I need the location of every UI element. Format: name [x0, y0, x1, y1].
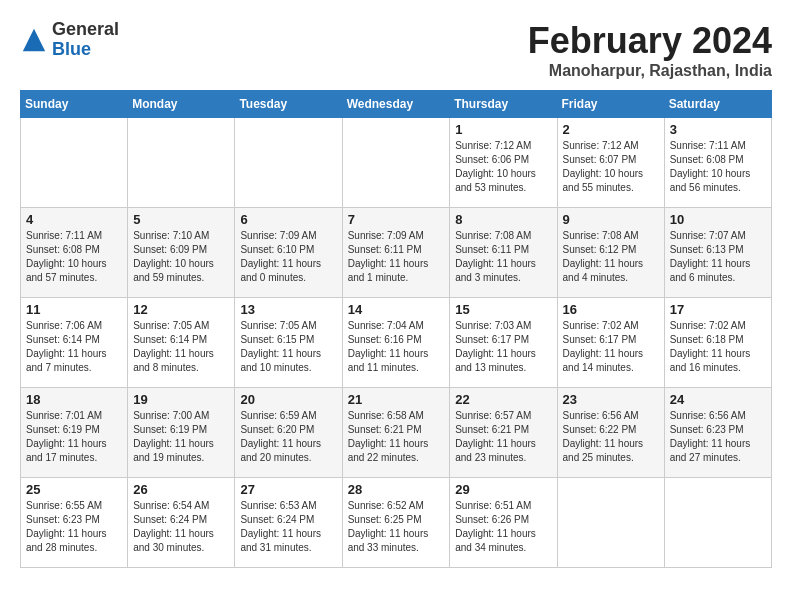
calendar-cell: 7Sunrise: 7:09 AM Sunset: 6:11 PM Daylig…: [342, 208, 450, 298]
cell-day-info: Sunrise: 7:06 AM Sunset: 6:14 PM Dayligh…: [26, 319, 122, 375]
calendar-cell: 24Sunrise: 6:56 AM Sunset: 6:23 PM Dayli…: [664, 388, 771, 478]
cell-day-number: 13: [240, 302, 336, 317]
cell-day-info: Sunrise: 6:57 AM Sunset: 6:21 PM Dayligh…: [455, 409, 551, 465]
calendar-week-row: 25Sunrise: 6:55 AM Sunset: 6:23 PM Dayli…: [21, 478, 772, 568]
cell-day-number: 24: [670, 392, 766, 407]
cell-day-number: 19: [133, 392, 229, 407]
cell-day-info: Sunrise: 7:08 AM Sunset: 6:11 PM Dayligh…: [455, 229, 551, 285]
weekday-header: Sunday: [21, 91, 128, 118]
cell-day-info: Sunrise: 7:11 AM Sunset: 6:08 PM Dayligh…: [670, 139, 766, 195]
calendar-cell: 8Sunrise: 7:08 AM Sunset: 6:11 PM Daylig…: [450, 208, 557, 298]
calendar-cell: [342, 118, 450, 208]
calendar-table: SundayMondayTuesdayWednesdayThursdayFrid…: [20, 90, 772, 568]
logo-blue-text: Blue: [52, 40, 119, 60]
calendar-cell: 1Sunrise: 7:12 AM Sunset: 6:06 PM Daylig…: [450, 118, 557, 208]
calendar-cell: 22Sunrise: 6:57 AM Sunset: 6:21 PM Dayli…: [450, 388, 557, 478]
calendar-week-row: 1Sunrise: 7:12 AM Sunset: 6:06 PM Daylig…: [21, 118, 772, 208]
weekday-header: Wednesday: [342, 91, 450, 118]
logo-general-text: General: [52, 20, 119, 40]
cell-day-info: Sunrise: 6:53 AM Sunset: 6:24 PM Dayligh…: [240, 499, 336, 555]
calendar-cell: 13Sunrise: 7:05 AM Sunset: 6:15 PM Dayli…: [235, 298, 342, 388]
cell-day-number: 3: [670, 122, 766, 137]
calendar-week-row: 18Sunrise: 7:01 AM Sunset: 6:19 PM Dayli…: [21, 388, 772, 478]
weekday-header: Thursday: [450, 91, 557, 118]
logo-icon: [20, 26, 48, 54]
weekday-header: Monday: [128, 91, 235, 118]
cell-day-number: 5: [133, 212, 229, 227]
cell-day-number: 9: [563, 212, 659, 227]
cell-day-number: 14: [348, 302, 445, 317]
calendar-cell: 16Sunrise: 7:02 AM Sunset: 6:17 PM Dayli…: [557, 298, 664, 388]
calendar-cell: 21Sunrise: 6:58 AM Sunset: 6:21 PM Dayli…: [342, 388, 450, 478]
calendar-cell: 29Sunrise: 6:51 AM Sunset: 6:26 PM Dayli…: [450, 478, 557, 568]
cell-day-info: Sunrise: 7:09 AM Sunset: 6:10 PM Dayligh…: [240, 229, 336, 285]
cell-day-info: Sunrise: 7:03 AM Sunset: 6:17 PM Dayligh…: [455, 319, 551, 375]
cell-day-info: Sunrise: 7:12 AM Sunset: 6:07 PM Dayligh…: [563, 139, 659, 195]
calendar-cell: [557, 478, 664, 568]
calendar-cell: [21, 118, 128, 208]
cell-day-number: 25: [26, 482, 122, 497]
calendar-cell: [235, 118, 342, 208]
calendar-cell: 27Sunrise: 6:53 AM Sunset: 6:24 PM Dayli…: [235, 478, 342, 568]
cell-day-number: 15: [455, 302, 551, 317]
cell-day-number: 8: [455, 212, 551, 227]
calendar-cell: 18Sunrise: 7:01 AM Sunset: 6:19 PM Dayli…: [21, 388, 128, 478]
calendar-cell: 17Sunrise: 7:02 AM Sunset: 6:18 PM Dayli…: [664, 298, 771, 388]
cell-day-info: Sunrise: 7:05 AM Sunset: 6:15 PM Dayligh…: [240, 319, 336, 375]
cell-day-info: Sunrise: 7:02 AM Sunset: 6:18 PM Dayligh…: [670, 319, 766, 375]
calendar-cell: 20Sunrise: 6:59 AM Sunset: 6:20 PM Dayli…: [235, 388, 342, 478]
title-block: February 2024 Manoharpur, Rajasthan, Ind…: [528, 20, 772, 80]
cell-day-number: 16: [563, 302, 659, 317]
calendar-cell: 28Sunrise: 6:52 AM Sunset: 6:25 PM Dayli…: [342, 478, 450, 568]
cell-day-number: 27: [240, 482, 336, 497]
cell-day-number: 17: [670, 302, 766, 317]
calendar-week-row: 4Sunrise: 7:11 AM Sunset: 6:08 PM Daylig…: [21, 208, 772, 298]
calendar-cell: 23Sunrise: 6:56 AM Sunset: 6:22 PM Dayli…: [557, 388, 664, 478]
cell-day-number: 7: [348, 212, 445, 227]
location: Manoharpur, Rajasthan, India: [528, 62, 772, 80]
cell-day-info: Sunrise: 6:58 AM Sunset: 6:21 PM Dayligh…: [348, 409, 445, 465]
month-title: February 2024: [528, 20, 772, 62]
calendar-cell: 19Sunrise: 7:00 AM Sunset: 6:19 PM Dayli…: [128, 388, 235, 478]
cell-day-number: 18: [26, 392, 122, 407]
calendar-cell: 25Sunrise: 6:55 AM Sunset: 6:23 PM Dayli…: [21, 478, 128, 568]
svg-marker-0: [23, 29, 45, 51]
cell-day-info: Sunrise: 7:05 AM Sunset: 6:14 PM Dayligh…: [133, 319, 229, 375]
cell-day-number: 20: [240, 392, 336, 407]
calendar-cell: 3Sunrise: 7:11 AM Sunset: 6:08 PM Daylig…: [664, 118, 771, 208]
cell-day-info: Sunrise: 7:09 AM Sunset: 6:11 PM Dayligh…: [348, 229, 445, 285]
cell-day-number: 2: [563, 122, 659, 137]
cell-day-number: 1: [455, 122, 551, 137]
calendar-cell: 6Sunrise: 7:09 AM Sunset: 6:10 PM Daylig…: [235, 208, 342, 298]
cell-day-info: Sunrise: 7:07 AM Sunset: 6:13 PM Dayligh…: [670, 229, 766, 285]
cell-day-info: Sunrise: 6:56 AM Sunset: 6:23 PM Dayligh…: [670, 409, 766, 465]
calendar-cell: 12Sunrise: 7:05 AM Sunset: 6:14 PM Dayli…: [128, 298, 235, 388]
cell-day-number: 6: [240, 212, 336, 227]
cell-day-number: 26: [133, 482, 229, 497]
cell-day-number: 11: [26, 302, 122, 317]
calendar-cell: [128, 118, 235, 208]
cell-day-number: 23: [563, 392, 659, 407]
calendar-cell: 14Sunrise: 7:04 AM Sunset: 6:16 PM Dayli…: [342, 298, 450, 388]
cell-day-info: Sunrise: 7:02 AM Sunset: 6:17 PM Dayligh…: [563, 319, 659, 375]
calendar-cell: 26Sunrise: 6:54 AM Sunset: 6:24 PM Dayli…: [128, 478, 235, 568]
calendar-cell: 11Sunrise: 7:06 AM Sunset: 6:14 PM Dayli…: [21, 298, 128, 388]
cell-day-number: 12: [133, 302, 229, 317]
calendar-cell: 9Sunrise: 7:08 AM Sunset: 6:12 PM Daylig…: [557, 208, 664, 298]
calendar-cell: 4Sunrise: 7:11 AM Sunset: 6:08 PM Daylig…: [21, 208, 128, 298]
cell-day-number: 4: [26, 212, 122, 227]
cell-day-number: 10: [670, 212, 766, 227]
calendar-cell: 10Sunrise: 7:07 AM Sunset: 6:13 PM Dayli…: [664, 208, 771, 298]
cell-day-number: 29: [455, 482, 551, 497]
weekday-header: Friday: [557, 91, 664, 118]
cell-day-info: Sunrise: 7:12 AM Sunset: 6:06 PM Dayligh…: [455, 139, 551, 195]
cell-day-info: Sunrise: 7:10 AM Sunset: 6:09 PM Dayligh…: [133, 229, 229, 285]
cell-day-info: Sunrise: 6:54 AM Sunset: 6:24 PM Dayligh…: [133, 499, 229, 555]
cell-day-number: 22: [455, 392, 551, 407]
calendar-header: SundayMondayTuesdayWednesdayThursdayFrid…: [21, 91, 772, 118]
cell-day-info: Sunrise: 6:55 AM Sunset: 6:23 PM Dayligh…: [26, 499, 122, 555]
cell-day-info: Sunrise: 6:56 AM Sunset: 6:22 PM Dayligh…: [563, 409, 659, 465]
calendar-body: 1Sunrise: 7:12 AM Sunset: 6:06 PM Daylig…: [21, 118, 772, 568]
cell-day-info: Sunrise: 6:51 AM Sunset: 6:26 PM Dayligh…: [455, 499, 551, 555]
cell-day-info: Sunrise: 7:04 AM Sunset: 6:16 PM Dayligh…: [348, 319, 445, 375]
